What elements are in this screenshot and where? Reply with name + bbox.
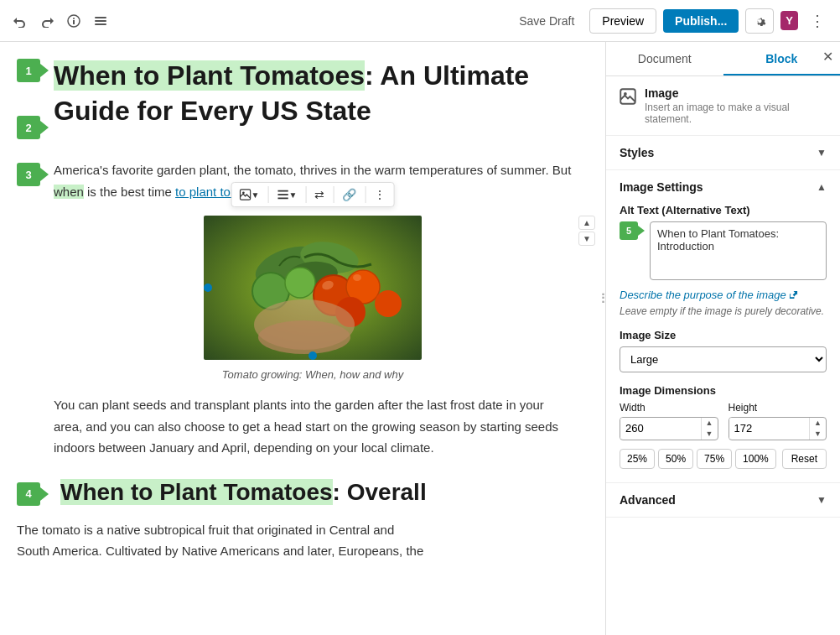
paragraph-3-row: 3 America's favorite garden plant, the t…: [17, 159, 572, 472]
svg-rect-4: [95, 20, 106, 22]
pct-50-button[interactable]: 50%: [658, 449, 693, 469]
advanced-chevron: ▼: [817, 494, 827, 506]
right-sidebar: Document Block ✕ Image Insert an image t…: [605, 42, 840, 635]
preview-button[interactable]: Preview: [589, 8, 656, 34]
block-title: Image: [645, 86, 827, 100]
annotation-badge-1: 1: [17, 59, 40, 82]
height-spinners: ▲ ▼: [809, 418, 826, 440]
save-draft-button[interactable]: Save Draft: [511, 9, 583, 33]
info-button[interactable]: [64, 11, 84, 31]
image-settings-accordion-header[interactable]: Image Settings ▲: [606, 170, 840, 204]
publish-button[interactable]: Publish...: [663, 9, 739, 33]
height-up-button[interactable]: ▲: [810, 418, 826, 429]
svg-point-2: [73, 18, 75, 19]
h2-highlight: When to Plant Tomatoes: [60, 479, 333, 505]
height-down-button[interactable]: ▼: [810, 429, 826, 440]
heading-block: 1 2 When to Plant Tomatoes: An Ultimate …: [17, 59, 572, 139]
advanced-accordion-header[interactable]: Advanced ▼: [606, 483, 840, 517]
image-settings-content: Alt Text (Alternative Text) 5 When to Pl…: [606, 204, 840, 482]
title-highlight-1: When to Plant Tomatoes: [54, 60, 365, 91]
sidebar-close-button[interactable]: ✕: [822, 49, 833, 65]
toolbar-sep-3: [333, 186, 334, 203]
styles-chevron: ▼: [817, 147, 827, 159]
annotation-badge-5: 5: [620, 221, 638, 240]
more-options-button[interactable]: ⋮: [805, 8, 830, 34]
annotation-badge-4: 4: [17, 482, 40, 506]
svg-point-26: [353, 274, 361, 281]
para-2[interactable]: You can plant seeds and transplant plant…: [54, 394, 572, 459]
yoast-button[interactable]: Y: [780, 11, 798, 30]
redo-button[interactable]: [37, 11, 57, 31]
percent-buttons: 25% 50% 75% 100% Reset: [620, 449, 827, 469]
drag-handle[interactable]: ⠿: [600, 290, 605, 306]
image-wrapper: [204, 216, 422, 363]
svg-rect-10: [277, 198, 288, 200]
move-down-button[interactable]: ▼: [578, 232, 595, 246]
height-input-wrapper: ▲ ▼: [729, 417, 827, 440]
annotation-badge-2: 2: [17, 116, 40, 139]
toolbar-sep-2: [305, 186, 306, 203]
svg-rect-9: [277, 194, 288, 195]
image-size-select[interactable]: Large Thumbnail Medium Full Size: [620, 346, 827, 372]
alt-text-input[interactable]: When to Plant Tomatoes: Introduction: [650, 221, 827, 280]
svg-rect-8: [277, 190, 288, 192]
paragraph-3-content: America's favorite garden plant, the tom…: [54, 159, 572, 472]
width-input[interactable]: [620, 418, 701, 439]
block-info: Image Insert an image to make a visual s…: [606, 76, 840, 136]
width-spinners: ▲ ▼: [701, 418, 718, 440]
heading-badges: 1 2: [17, 59, 47, 139]
move-up-button[interactable]: ▲: [578, 216, 595, 230]
alt-text-row: 5 When to Plant Tomatoes: Introduction: [620, 221, 827, 280]
when-highlight: when: [54, 185, 84, 199]
styles-label: Styles: [620, 146, 654, 159]
block-desc: Insert an image to make a visual stateme…: [645, 101, 827, 125]
badge-3-container: 3: [17, 159, 47, 186]
block-more-button[interactable]: ⋮: [368, 185, 391, 205]
image-dimensions-label: Image Dimensions: [620, 384, 827, 397]
image-type-button[interactable]: ▼: [234, 185, 266, 204]
styles-accordion-header[interactable]: Styles ▼: [606, 136, 840, 169]
width-down-button[interactable]: ▼: [702, 429, 718, 440]
image-size-label: Image Size: [620, 329, 827, 341]
pct-75-button[interactable]: 75%: [697, 449, 732, 469]
settings-button[interactable]: [745, 8, 774, 34]
styles-section: Styles ▼: [606, 136, 840, 170]
block-info-text: Image Insert an image to make a visual s…: [645, 86, 827, 125]
height-field: Height ▲ ▼: [729, 402, 827, 440]
para-3[interactable]: The tomato is a native subtropical fruit…: [17, 519, 572, 562]
pct-25-button[interactable]: 25%: [620, 449, 655, 469]
dimensions-row: Width ▲ ▼ Height: [620, 402, 827, 440]
toolbar-sep-4: [365, 186, 366, 203]
heading-2[interactable]: When to Plant Tomatoes: Overall: [60, 479, 427, 506]
transform-button[interactable]: ⇄: [309, 185, 330, 205]
undo-button[interactable]: [10, 11, 30, 31]
toolbar-sep-1: [268, 186, 269, 203]
image-caption: Tomato growing: When, how and why: [222, 368, 403, 381]
link-button[interactable]: 🔗: [336, 185, 362, 205]
annotation-badge-3: 3: [17, 163, 40, 186]
image-settings-label: Image Settings: [620, 180, 703, 194]
svg-point-30: [309, 351, 317, 360]
image-block-toolbar: ▼ ▼ ⇄ 🔗 ⋮: [231, 182, 395, 207]
advanced-label: Advanced: [620, 493, 676, 507]
main-layout: 1 2 When to Plant Tomatoes: An Ultimate …: [0, 42, 840, 635]
move-handles: ▲ ▼: [578, 216, 595, 246]
block-navigation-button[interactable]: [91, 11, 111, 31]
pct-100-button[interactable]: 100%: [735, 449, 776, 469]
svg-point-24: [375, 290, 402, 317]
reset-button[interactable]: Reset: [782, 449, 827, 469]
alt-text-label: Alt Text (Alternative Text): [620, 204, 827, 216]
describe-purpose-link[interactable]: Describe the purpose of the image: [620, 289, 798, 301]
alignment-button[interactable]: ▼: [272, 185, 303, 204]
describe-hint: Leave empty if the image is purely decor…: [620, 305, 827, 317]
toolbar-left: [10, 11, 111, 31]
svg-rect-1: [73, 20, 75, 24]
badge-4-container: 4: [17, 479, 47, 506]
para-3-wrapper: The tomato is a native subtropical fruit…: [17, 519, 572, 562]
width-up-button[interactable]: ▲: [702, 418, 718, 429]
toolbar-right: Save Draft Preview Publish... Y ⋮: [511, 8, 830, 34]
height-input[interactable]: [729, 418, 810, 439]
height-label: Height: [729, 402, 827, 414]
post-title[interactable]: When to Plant Tomatoes: An Ultimate Guid…: [54, 59, 572, 128]
tab-document[interactable]: Document: [606, 42, 723, 75]
